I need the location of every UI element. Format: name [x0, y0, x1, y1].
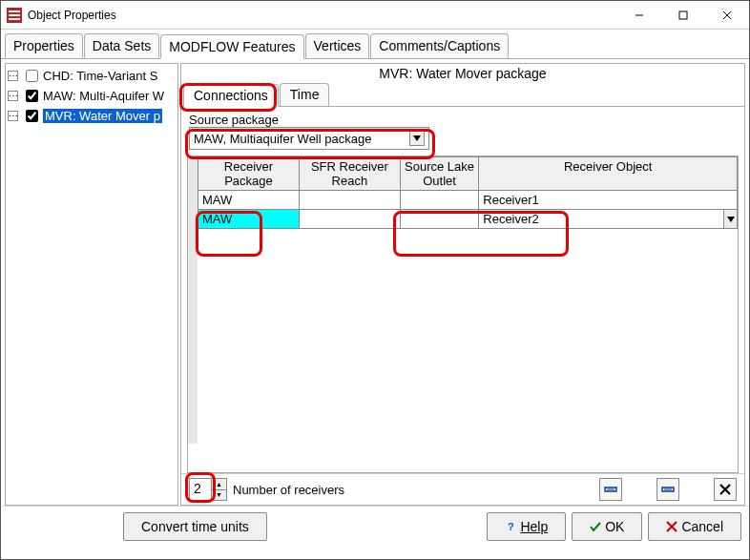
tab-properties[interactable]: Properties: [5, 33, 83, 58]
help-button[interactable]: ? Help: [487, 512, 566, 541]
dialog-footer: Convert time units ? Help OK Cancel: [1, 506, 749, 547]
svg-rect-3: [9, 18, 20, 20]
source-package-dropdown[interactable]: MAW, Multiaquifer Well package: [189, 127, 429, 150]
tab-connections[interactable]: Connections: [183, 84, 279, 107]
tree-label: CHD: Time-Variant S: [43, 69, 157, 83]
cell-obj[interactable]: Receiver2: [479, 210, 738, 229]
table-row[interactable]: MAW Receiver2: [198, 210, 738, 229]
tree-label: MAW: Multi-Aquifer W: [43, 89, 164, 103]
svg-marker-9: [727, 217, 735, 222]
row-handle[interactable]: [188, 156, 198, 444]
app-icon: [7, 8, 22, 23]
main-tabs: Properties Data Sets MODFLOW Features Ve…: [1, 30, 749, 59]
panel-title: MVR: Water Mover package: [181, 64, 744, 83]
svg-rect-13: [664, 489, 672, 490]
delete-row-button[interactable]: [714, 478, 737, 501]
insert-row-button[interactable]: [599, 478, 622, 501]
cell-sfr[interactable]: [299, 191, 400, 210]
tree-item-mvr[interactable]: ⋯ MVR: Water Mover p: [8, 106, 176, 126]
cell-lake[interactable]: [400, 210, 478, 229]
cell-lake[interactable]: [400, 191, 478, 210]
ok-button[interactable]: OK: [572, 512, 642, 541]
check-icon: [590, 521, 601, 532]
tree-label: MVR: Water Mover p: [43, 109, 162, 123]
tab-time[interactable]: Time: [280, 83, 330, 106]
source-package-label: Source package: [189, 113, 737, 127]
col-source-lake-outlet: Source Lake Outlet: [400, 157, 478, 191]
tab-data-sets[interactable]: Data Sets: [84, 33, 159, 58]
titlebar: Object Properties: [1, 1, 749, 30]
spin-up-button[interactable]: ▲: [212, 479, 226, 490]
convert-time-units-button[interactable]: Convert time units: [123, 512, 267, 541]
sub-tabs: Connections Time: [181, 83, 744, 107]
cell-pkg[interactable]: MAW: [198, 191, 300, 210]
tree-checkbox[interactable]: [26, 110, 38, 122]
tab-comments[interactable]: Comments/Captions: [370, 33, 509, 58]
svg-rect-11: [607, 489, 615, 490]
tree-item-maw[interactable]: ⋯ MAW: Multi-Aquifer W: [8, 86, 176, 106]
window-title: Object Properties: [28, 9, 617, 22]
right-panel: MVR: Water Mover package Connections Tim…: [180, 63, 745, 506]
spin-down-button[interactable]: ▼: [212, 490, 226, 501]
chevron-down-icon[interactable]: [409, 131, 425, 146]
add-row-button[interactable]: [656, 478, 679, 501]
cancel-button[interactable]: Cancel: [648, 512, 741, 541]
expander-icon[interactable]: ⋯: [8, 71, 18, 81]
feature-tree: ⋯ CHD: Time-Variant S ⋯ MAW: Multi-Aquif…: [5, 63, 178, 506]
expander-icon[interactable]: ⋯: [8, 91, 18, 101]
receivers-toolbar: 2 ▲ ▼ Number of receivers: [181, 473, 744, 505]
source-package-value: MAW, Multiaquifer Well package: [194, 132, 371, 146]
tab-vertices[interactable]: Vertices: [305, 33, 370, 58]
receivers-count-label: Number of receivers: [233, 483, 344, 497]
receivers-table[interactable]: Receiver Package SFR Receiver Reach Sour…: [198, 156, 738, 229]
tree-checkbox[interactable]: [26, 90, 38, 102]
table-row[interactable]: MAW Receiver1: [198, 191, 738, 210]
expander-icon[interactable]: ⋯: [8, 111, 18, 121]
x-icon: [666, 521, 677, 532]
close-button[interactable]: [705, 1, 749, 30]
tree-item-chd[interactable]: ⋯ CHD: Time-Variant S: [8, 66, 176, 86]
receivers-count-input[interactable]: 2: [189, 478, 212, 501]
tree-checkbox[interactable]: [26, 70, 38, 82]
maximize-button[interactable]: [661, 1, 705, 30]
col-receiver-object: Receiver Object: [479, 157, 738, 191]
svg-marker-8: [413, 135, 421, 141]
cell-obj[interactable]: Receiver1: [479, 191, 738, 210]
receivers-table-wrapper: Receiver Package SFR Receiver Reach Sour…: [187, 156, 739, 473]
tab-modflow-features[interactable]: MODFLOW Features: [160, 34, 303, 59]
chevron-down-icon[interactable]: [723, 210, 737, 228]
col-sfr-reach: SFR Receiver Reach: [299, 157, 400, 191]
minimize-button[interactable]: [617, 1, 661, 30]
svg-text:?: ?: [508, 521, 514, 532]
svg-rect-2: [9, 14, 20, 16]
question-icon: ?: [505, 521, 516, 532]
cell-pkg[interactable]: MAW: [198, 210, 300, 229]
svg-rect-1: [9, 10, 20, 12]
col-receiver-package: Receiver Package: [198, 157, 300, 191]
cell-sfr[interactable]: [299, 210, 400, 229]
svg-rect-5: [679, 11, 687, 19]
